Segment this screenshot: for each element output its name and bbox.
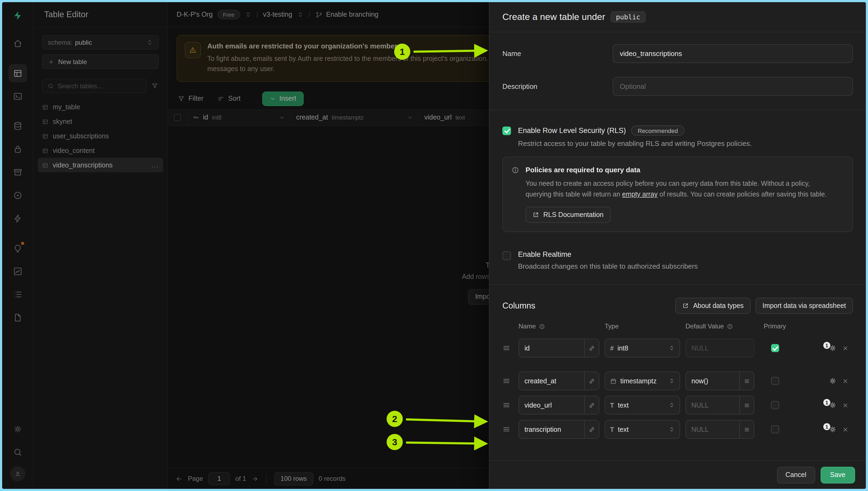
import-spreadsheet-button[interactable]: Import data via spreadsheet bbox=[755, 298, 853, 314]
default-value-menu-icon[interactable] bbox=[739, 372, 754, 390]
column-default-group bbox=[686, 420, 754, 439]
foreign-key-link-icon[interactable] bbox=[584, 372, 599, 390]
drag-handle-icon[interactable] bbox=[502, 401, 513, 409]
column-type-value: timestamptz bbox=[620, 377, 665, 385]
calendar-icon bbox=[610, 378, 616, 384]
info-icon bbox=[512, 166, 519, 174]
remove-column-icon[interactable] bbox=[842, 378, 853, 384]
column-name-input[interactable] bbox=[519, 396, 584, 414]
rls-subtitle: Restrict access to your table by enablin… bbox=[518, 139, 752, 147]
drag-handle-icon[interactable] bbox=[502, 377, 513, 385]
remove-column-icon[interactable] bbox=[842, 345, 853, 351]
rls-info-line2-post: of results. You can create policies afte… bbox=[658, 191, 827, 198]
default-value-menu-icon[interactable] bbox=[739, 396, 754, 414]
column-name-group bbox=[519, 420, 599, 439]
panel-body: Name Description Enable Row Leve bbox=[489, 32, 866, 460]
remove-column-icon[interactable] bbox=[842, 402, 853, 408]
column-row-video-url: T text 1 bbox=[502, 396, 853, 414]
panel-header: Create a new table under public bbox=[489, 2, 866, 32]
realtime-checkbox[interactable] bbox=[502, 252, 511, 260]
table-name-input[interactable] bbox=[613, 44, 853, 63]
default-value-menu-icon[interactable] bbox=[739, 421, 754, 438]
column-name-input[interactable] bbox=[519, 372, 584, 390]
column-default-group bbox=[686, 396, 754, 414]
description-label: Description bbox=[502, 82, 613, 90]
column-type-value: text bbox=[618, 426, 665, 433]
external-link-icon bbox=[682, 302, 689, 309]
column-row-created-at: timestamptz bbox=[502, 372, 853, 390]
column-settings-button[interactable]: 1 bbox=[829, 425, 837, 433]
name-label: Name bbox=[502, 50, 613, 58]
drag-handle-icon[interactable] bbox=[502, 425, 513, 433]
rls-info-line2-pre: querying this table will return an bbox=[525, 191, 622, 198]
chevrons-updown-icon bbox=[669, 345, 675, 351]
save-button[interactable]: Save bbox=[820, 466, 855, 483]
column-name-input[interactable] bbox=[519, 421, 584, 438]
table-description-input[interactable] bbox=[613, 77, 853, 96]
import-spreadsheet-label: Import data via spreadsheet bbox=[762, 302, 846, 310]
recommended-badge: Recommended bbox=[631, 125, 685, 136]
column-settings-button[interactable] bbox=[829, 377, 837, 385]
column-row-id: # int8 1 bbox=[502, 339, 853, 357]
cancel-button[interactable]: Cancel bbox=[777, 466, 815, 483]
column-settings-button[interactable]: 1 bbox=[829, 344, 837, 352]
external-link-icon bbox=[532, 211, 539, 218]
column-type-value: text bbox=[618, 401, 665, 409]
rls-checkbox[interactable] bbox=[502, 126, 511, 135]
primary-checkbox[interactable] bbox=[771, 425, 779, 433]
settings-count-badge: 1 bbox=[823, 399, 830, 406]
primary-checkbox[interactable] bbox=[771, 377, 779, 385]
foreign-key-link-icon[interactable] bbox=[584, 421, 599, 438]
info-icon bbox=[539, 323, 545, 329]
primary-checkbox[interactable] bbox=[771, 344, 779, 352]
rls-info-text: You need to create an access policy befo… bbox=[525, 178, 827, 200]
rls-info-box: Policies are required to query data You … bbox=[502, 157, 853, 232]
primary-checkbox[interactable] bbox=[771, 401, 779, 409]
empty-array-link[interactable]: empty array bbox=[622, 191, 658, 198]
rls-info-line1: You need to create an access policy befo… bbox=[525, 180, 810, 187]
foreign-key-link-icon[interactable] bbox=[584, 339, 599, 357]
rls-documentation-button[interactable]: RLS Documentation bbox=[525, 207, 611, 223]
hash-icon: # bbox=[610, 344, 614, 352]
column-default-input[interactable] bbox=[686, 421, 739, 438]
realtime-label: Enable Realtime bbox=[518, 250, 698, 258]
remove-column-icon[interactable] bbox=[842, 426, 853, 433]
column-name-input[interactable] bbox=[519, 339, 584, 357]
column-type-value: int8 bbox=[617, 344, 665, 352]
realtime-subtitle: Broadcast changes on this table to autho… bbox=[518, 262, 698, 270]
rls-label: Enable Row Level Security (RLS) bbox=[518, 126, 626, 135]
column-name-group bbox=[519, 372, 599, 390]
column-default-input[interactable] bbox=[686, 396, 739, 414]
column-default-group bbox=[686, 372, 754, 390]
about-data-types-button[interactable]: About data types bbox=[675, 298, 751, 314]
column-default-group bbox=[686, 339, 754, 357]
gear-icon bbox=[829, 377, 837, 385]
foreign-key-link-icon[interactable] bbox=[584, 396, 599, 414]
chevrons-updown-icon bbox=[669, 402, 675, 408]
column-default-input[interactable] bbox=[686, 339, 754, 357]
column-settings-button[interactable]: 1 bbox=[829, 401, 837, 409]
panel-title: Create a new table under bbox=[502, 11, 605, 22]
text-type-icon: T bbox=[610, 426, 614, 433]
rls-info-title: Policies are required to query data bbox=[525, 166, 827, 174]
drag-handle-icon[interactable] bbox=[502, 344, 513, 352]
screenshot-frame: Table Editor schema: public New table bbox=[0, 0, 868, 491]
column-type-select[interactable]: timestamptz bbox=[605, 372, 680, 390]
column-type-select[interactable]: T text bbox=[605, 396, 680, 414]
text-type-icon: T bbox=[610, 401, 614, 409]
chevrons-updown-icon bbox=[669, 426, 675, 432]
column-type-select[interactable]: T text bbox=[605, 420, 680, 439]
panel-footer: Cancel Save bbox=[489, 460, 866, 489]
column-type-select[interactable]: # int8 bbox=[605, 339, 680, 357]
app-window: Table Editor schema: public New table bbox=[2, 2, 866, 489]
info-icon bbox=[727, 323, 733, 329]
column-default-input[interactable] bbox=[686, 372, 739, 390]
columns-header-type: Type bbox=[605, 322, 619, 330]
chevrons-updown-icon bbox=[669, 378, 675, 384]
create-table-panel: Create a new table under public Name Des… bbox=[489, 2, 866, 489]
about-data-types-label: About data types bbox=[693, 302, 744, 310]
columns-header-default: Default Value bbox=[686, 322, 724, 330]
columns-header-name: Name bbox=[519, 322, 536, 330]
columns-header-row: Name Type Default Value Primary bbox=[502, 322, 853, 330]
columns-title: Columns bbox=[502, 301, 535, 311]
